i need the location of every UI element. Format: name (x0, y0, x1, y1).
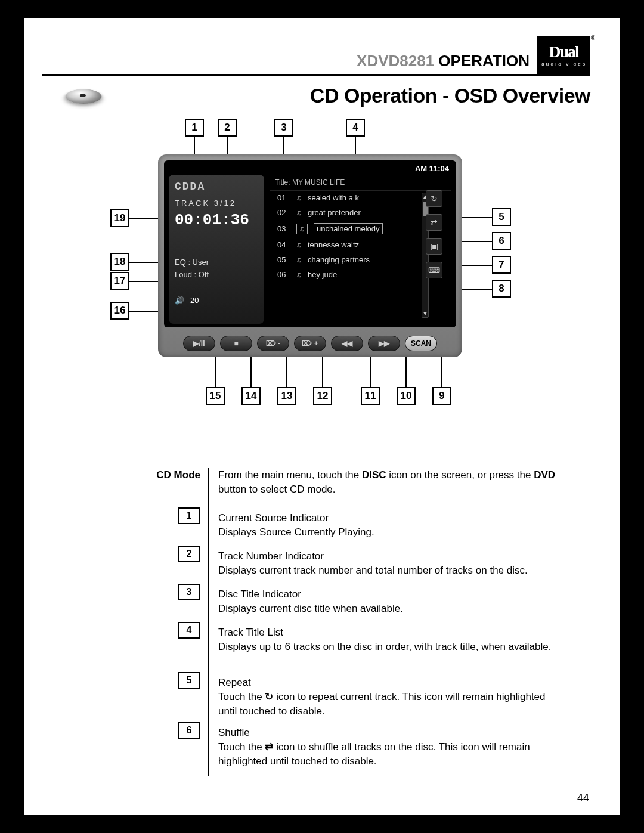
section-title: CD Operation - OSD Overview (113, 84, 590, 107)
note-icon: ♫ (296, 241, 302, 249)
callout-10: 10 (397, 387, 416, 405)
play-pause-button[interactable]: ▶/II (183, 336, 215, 351)
repeat-icon-inline: ↻ (265, 690, 273, 704)
callout-4: 4 (346, 119, 365, 137)
left-panel: CDDA TRACK 3/12 00:01:36 EQ : User Loud … (169, 175, 264, 324)
elapsed-time: 00:01:36 (175, 211, 259, 229)
callout-18: 18 (110, 253, 129, 271)
desc-item-1: Current Source Indicator Displays Source… (218, 511, 566, 542)
track-indicator: TRACK 3/12 (175, 199, 259, 208)
shuffle-button[interactable]: ⇄ (426, 214, 442, 231)
track-row[interactable]: 04♫tennesse waltz (274, 237, 412, 252)
folder-up-button[interactable]: ⌦ + (294, 336, 326, 351)
clock: AM 11:04 (415, 164, 449, 173)
fast-forward-button[interactable]: ▶▶ (368, 336, 400, 351)
repeat-button[interactable]: ↻ (426, 190, 442, 207)
device-screen: AM 11:04 CDDA TRACK 3/12 00:01:36 EQ : U… (164, 160, 456, 327)
folder-down-button[interactable]: ⌦ - (257, 336, 289, 351)
volume-value: 20 (190, 296, 199, 305)
disc-title: Title: MY MUSIC LIFE (270, 175, 451, 191)
desc-item-3: Disc Title Indicator Displays current di… (218, 587, 566, 618)
note-icon: ♫ (296, 271, 302, 279)
desc-num-3: 3 (178, 584, 200, 600)
brand-logo: Dual a u d i o · v i d e o (537, 36, 590, 74)
desc-left-col: CD Mode 1 2 3 4 5 6 (125, 468, 209, 776)
device-screenshot: AM 11:04 CDDA TRACK 3/12 00:01:36 EQ : U… (158, 154, 462, 357)
cd-mode-desc: From the main menu, touch the DISC icon … (218, 468, 566, 504)
shuffle-icon-inline: ⇄ (265, 740, 273, 754)
stop-button[interactable]: ■ (220, 336, 252, 351)
track-row[interactable]: 05♫changing partners (274, 252, 412, 267)
volume-row: 🔊 20 (175, 296, 259, 305)
description-table: CD Mode 1 2 3 4 5 6 From the main menu, … (125, 468, 566, 776)
section-title-row: CD Operation - OSD Overview (66, 83, 590, 108)
desc-num-6: 6 (178, 722, 200, 739)
callout-3: 3 (274, 119, 293, 137)
callout-5: 5 (492, 208, 511, 226)
cd-disc-icon (63, 89, 104, 104)
speaker-icon: 🔊 (175, 296, 184, 305)
track-row[interactable]: 02♫great pretender (274, 205, 412, 220)
callout-2: 2 (218, 119, 237, 137)
callout-9: 9 (432, 387, 451, 405)
scan-button[interactable]: SCAN (405, 336, 437, 351)
callout-14: 14 (242, 387, 261, 405)
page-number: 44 (577, 792, 589, 804)
callout-17: 17 (110, 272, 129, 290)
desc-num-2: 2 (178, 546, 200, 562)
osd-diagram: 1 2 3 4 19 18 17 16 5 6 7 8 15 14 13 12 (42, 119, 590, 453)
callout-1: 1 (185, 119, 204, 137)
right-panel: Title: MY MUSIC LIFE 01♫sealed with a k … (270, 175, 451, 324)
transport-bar: ▶/II ■ ⌦ - ⌦ + ◀◀ ▶▶ SCAN (170, 333, 450, 354)
desc-item-5: Repeat Touch the ↻ icon to repeat curren… (218, 676, 566, 719)
track-row-selected[interactable]: 03♫unchained melody (274, 220, 412, 237)
desc-num-1: 1 (178, 507, 200, 524)
loud-row: Loud : Off (175, 270, 259, 279)
note-icon: ♫ (296, 224, 308, 234)
desc-item-4: Track Title List Displays up to 6 tracks… (218, 625, 566, 668)
desc-item-2: Track Number Indicator Displays current … (218, 549, 566, 580)
callout-19: 19 (110, 209, 129, 227)
page-header: XDVD8281 OPERATION Dual a u d i o · v i … (42, 36, 590, 76)
callout-7: 7 (492, 256, 511, 274)
desc-num-4: 4 (178, 622, 200, 639)
callout-16: 16 (110, 302, 129, 320)
scroll-down-icon[interactable]: ▼ (422, 310, 428, 317)
model-number: XDVD8281 (357, 52, 434, 70)
desc-num-5: 5 (178, 672, 200, 689)
track-row[interactable]: 01♫sealed with a k (274, 190, 412, 205)
callout-11: 11 (361, 387, 380, 405)
select-button[interactable]: ▣ (426, 238, 442, 255)
header-section: OPERATION (438, 52, 530, 70)
note-icon: ♫ (296, 209, 302, 217)
track-row[interactable]: 06♫hey jude (274, 267, 412, 282)
side-icons: ↻ ⇄ ▣ ⌨ (419, 190, 449, 278)
desc-right-col: From the main menu, touch the DISC icon … (209, 468, 566, 776)
callout-8: 8 (492, 280, 511, 298)
keyboard-button[interactable]: ⌨ (426, 262, 442, 278)
note-icon: ♫ (296, 256, 302, 264)
callout-6: 6 (492, 232, 511, 250)
eq-row: EQ : User (175, 258, 259, 267)
source-tag: CDDA (175, 181, 259, 193)
header-text: XDVD8281 OPERATION (357, 52, 530, 74)
rewind-button[interactable]: ◀◀ (331, 336, 363, 351)
callout-13: 13 (277, 387, 296, 405)
callout-15: 15 (206, 387, 225, 405)
manual-page: XDVD8281 OPERATION Dual a u d i o · v i … (24, 18, 620, 815)
cd-mode-label: CD Mode (156, 469, 200, 481)
logo-bottom: a u d i o · v i d e o (541, 61, 586, 67)
desc-item-6: Shuffle Touch the ⇄ icon to shuffle all … (218, 726, 566, 769)
logo-top: Dual (549, 44, 578, 60)
callout-12: 12 (313, 387, 332, 405)
note-icon: ♫ (296, 194, 302, 202)
track-list: 01♫sealed with a k 02♫great pretender 03… (270, 190, 416, 324)
